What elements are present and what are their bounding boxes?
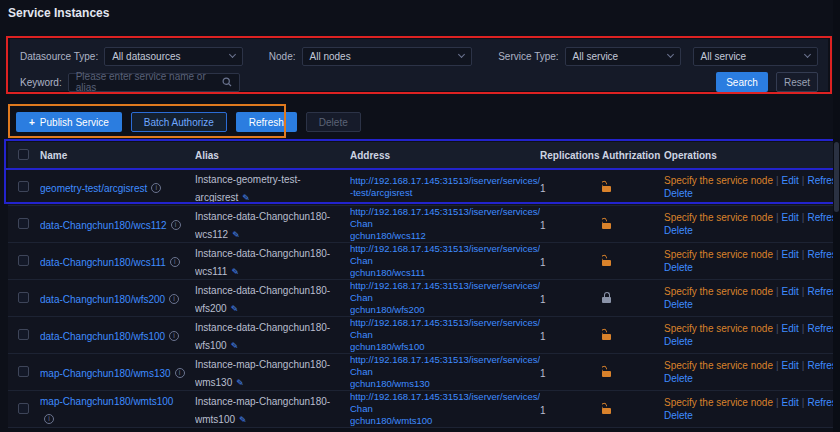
service-name-link[interactable]: data-Changchun180/wfs200: [40, 294, 165, 305]
service-instances-page: Service Instances Datasource Type: All d…: [0, 0, 840, 432]
edit-link[interactable]: Edit: [782, 249, 799, 260]
row-checkbox[interactable]: [18, 329, 29, 340]
separator: |: [776, 212, 779, 223]
info-icon[interactable]: [171, 220, 181, 230]
service-subtype-select[interactable]: All service: [693, 47, 818, 66]
address-line2: gchun180/wcs111: [350, 267, 425, 278]
service-name-link[interactable]: data-Changchun180/wfs100: [40, 331, 165, 342]
authorization-lock-icon[interactable]: [602, 329, 611, 340]
specify-node-link[interactable]: Specify the service node: [664, 286, 773, 297]
info-icon[interactable]: [175, 368, 185, 378]
service-name-link[interactable]: data-Changchun180/wcs112: [40, 220, 167, 231]
specify-node-link[interactable]: Specify the service node: [664, 323, 773, 334]
column-operations: Operations: [664, 150, 834, 161]
table-row: data-Changchun180/wcs112 Instance-data-C…: [8, 206, 834, 243]
delete-link[interactable]: Delete: [664, 410, 693, 421]
edit-link[interactable]: Edit: [782, 175, 799, 186]
service-name-link[interactable]: map-Changchun180/wms130: [40, 368, 171, 379]
search-button[interactable]: Search: [716, 72, 768, 92]
edit-alias-icon[interactable]: ✎: [236, 378, 244, 388]
edit-link[interactable]: Edit: [782, 212, 799, 223]
row-checkbox[interactable]: [18, 403, 29, 414]
delete-link[interactable]: Delete: [664, 188, 693, 199]
authorization-lock-icon[interactable]: [602, 403, 611, 414]
row-checkbox[interactable]: [18, 366, 29, 377]
row-checkbox[interactable]: [18, 255, 29, 266]
refresh-link[interactable]: Refresh: [807, 360, 834, 371]
scrollbar-thumb[interactable]: [834, 142, 839, 212]
refresh-link[interactable]: Refresh: [807, 212, 834, 223]
info-icon[interactable]: [151, 183, 161, 193]
specify-node-link[interactable]: Specify the service node: [664, 360, 773, 371]
reset-button[interactable]: Reset: [776, 72, 818, 92]
keyword-label: Keyword:: [20, 77, 62, 88]
delete-link[interactable]: Delete: [664, 262, 693, 273]
address-line1: http://192.168.17.145:31513/iserver/serv…: [350, 206, 540, 229]
service-address-link[interactable]: http://192.168.17.145:31513/iserver/serv…: [350, 175, 532, 199]
refresh-link[interactable]: Refresh: [807, 397, 834, 408]
datasource-type-select[interactable]: All datasources: [104, 47, 243, 66]
authorization-lock-icon[interactable]: [602, 255, 611, 266]
service-address-link[interactable]: http://192.168.17.145:31513/iserver/serv…: [350, 243, 532, 279]
delete-button[interactable]: Delete: [306, 112, 361, 132]
service-address-link[interactable]: http://192.168.17.145:31513/iserver/serv…: [350, 206, 532, 242]
alias-text: Instance-map-Changchun180-wms130: [195, 359, 330, 388]
refresh-link[interactable]: Refresh: [807, 175, 834, 186]
specify-node-link[interactable]: Specify the service node: [664, 249, 773, 260]
column-name: Name: [40, 150, 195, 161]
replications-value: 1: [540, 368, 546, 379]
delete-link[interactable]: Delete: [664, 336, 693, 347]
info-icon[interactable]: [169, 294, 179, 304]
refresh-button[interactable]: Refresh: [236, 112, 297, 132]
info-icon[interactable]: [44, 414, 54, 424]
delete-link[interactable]: Delete: [664, 225, 693, 236]
replications-value: 1: [540, 294, 546, 305]
service-address-link[interactable]: http://192.168.17.145:31513/iserver/serv…: [350, 391, 532, 427]
edit-alias-icon[interactable]: ✎: [231, 304, 239, 314]
refresh-link[interactable]: Refresh: [807, 286, 834, 297]
service-name-link[interactable]: geometry-test/arcgisrest: [40, 183, 147, 194]
scrollbar-track[interactable]: [833, 0, 840, 432]
edit-alias-icon[interactable]: ✎: [239, 415, 247, 425]
service-type-select[interactable]: All service: [565, 47, 681, 66]
address-line2: -test/arcgisrest: [350, 187, 412, 198]
info-icon[interactable]: [169, 331, 179, 341]
publish-service-button[interactable]: + Publish Service: [16, 112, 122, 132]
edit-link[interactable]: Edit: [782, 286, 799, 297]
service-address-link[interactable]: http://192.168.17.145:31513/iserver/serv…: [350, 317, 532, 353]
delete-link[interactable]: Delete: [664, 373, 693, 384]
column-address: Address: [350, 150, 540, 161]
specify-node-link[interactable]: Specify the service node: [664, 212, 773, 223]
edit-alias-icon[interactable]: ✎: [232, 230, 240, 240]
edit-link[interactable]: Edit: [782, 360, 799, 371]
alias-text: Instance-data-Changchun180-wfs200: [195, 285, 330, 314]
search-icon: [222, 77, 232, 87]
service-name-link[interactable]: map-Changchun180/wmts100: [40, 396, 173, 407]
refresh-link[interactable]: Refresh: [807, 249, 834, 260]
service-address-link[interactable]: http://192.168.17.145:31513/iserver/serv…: [350, 354, 532, 390]
select-all-checkbox[interactable]: [18, 149, 29, 160]
row-checkbox[interactable]: [18, 181, 29, 192]
edit-alias-icon[interactable]: ✎: [231, 267, 239, 277]
info-icon[interactable]: [170, 257, 180, 267]
service-address-link[interactable]: http://192.168.17.145:31513/iserver/serv…: [350, 280, 532, 316]
refresh-link[interactable]: Refresh: [807, 323, 834, 334]
batch-authorize-button[interactable]: Batch Authorize: [131, 112, 227, 132]
edit-alias-icon[interactable]: ✎: [231, 341, 239, 351]
edit-link[interactable]: Edit: [782, 323, 799, 334]
authorization-lock-icon[interactable]: [602, 292, 611, 303]
edit-link[interactable]: Edit: [782, 397, 799, 408]
specify-node-link[interactable]: Specify the service node: [664, 175, 773, 186]
authorization-lock-icon[interactable]: [602, 218, 611, 229]
authorization-lock-icon[interactable]: [602, 366, 611, 377]
row-checkbox[interactable]: [18, 292, 29, 303]
specify-node-link[interactable]: Specify the service node: [664, 397, 773, 408]
delete-link[interactable]: Delete: [664, 299, 693, 310]
row-checkbox[interactable]: [18, 218, 29, 229]
authorization-lock-icon[interactable]: [602, 181, 611, 192]
keyword-input[interactable]: Please enter service name or alias: [68, 73, 240, 92]
table-row: map-Changchun180/wms130 Instance-map-Cha…: [8, 354, 834, 391]
service-name-link[interactable]: data-Changchun180/wcs111: [40, 257, 166, 268]
node-select[interactable]: All nodes: [302, 47, 473, 66]
edit-alias-icon[interactable]: ✎: [242, 193, 250, 203]
